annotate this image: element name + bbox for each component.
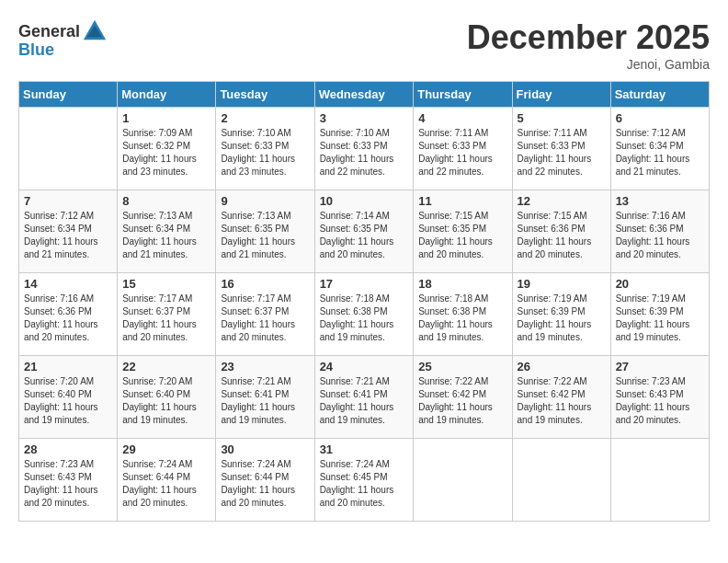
day-number: 17 <box>320 277 409 291</box>
calendar-cell: 31Sunrise: 7:24 AM Sunset: 6:45 PM Dayli… <box>314 439 414 522</box>
cell-info: Sunrise: 7:17 AM Sunset: 6:37 PM Dayligh… <box>221 293 309 344</box>
calendar-cell <box>414 439 512 522</box>
cell-info: Sunrise: 7:18 AM Sunset: 6:38 PM Dayligh… <box>418 293 506 344</box>
calendar-cell: 3Sunrise: 7:10 AM Sunset: 6:33 PM Daylig… <box>314 108 414 190</box>
cell-info: Sunrise: 7:14 AM Sunset: 6:35 PM Dayligh… <box>320 210 409 261</box>
calendar-cell: 16Sunrise: 7:17 AM Sunset: 6:37 PM Dayli… <box>216 273 314 356</box>
calendar-cell <box>610 439 709 522</box>
day-number: 15 <box>122 277 210 291</box>
day-number: 28 <box>24 442 112 456</box>
day-number: 8 <box>122 194 210 208</box>
days-header-row: SundayMondayTuesdayWednesdayThursdayFrid… <box>19 82 710 108</box>
cell-info: Sunrise: 7:19 AM Sunset: 6:39 PM Dayligh… <box>616 293 704 344</box>
calendar-cell: 29Sunrise: 7:24 AM Sunset: 6:44 PM Dayli… <box>118 439 216 522</box>
calendar-cell: 17Sunrise: 7:18 AM Sunset: 6:38 PM Dayli… <box>314 273 414 356</box>
title-block: December 2025 Jenoi, Gambia <box>467 18 710 72</box>
calendar-week-2: 7Sunrise: 7:12 AM Sunset: 6:34 PM Daylig… <box>19 190 710 273</box>
calendar-cell: 5Sunrise: 7:11 AM Sunset: 6:33 PM Daylig… <box>512 108 610 190</box>
calendar-week-1: 1Sunrise: 7:09 AM Sunset: 6:32 PM Daylig… <box>19 108 710 190</box>
cell-info: Sunrise: 7:13 AM Sunset: 6:35 PM Dayligh… <box>221 210 309 261</box>
day-header-sunday: Sunday <box>19 82 118 108</box>
day-number: 25 <box>418 360 506 373</box>
day-number: 3 <box>320 111 409 125</box>
cell-info: Sunrise: 7:09 AM Sunset: 6:32 PM Dayligh… <box>122 127 210 178</box>
calendar-table: SundayMondayTuesdayWednesdayThursdayFrid… <box>18 81 710 522</box>
cell-info: Sunrise: 7:10 AM Sunset: 6:33 PM Dayligh… <box>320 127 409 178</box>
calendar-cell: 8Sunrise: 7:13 AM Sunset: 6:34 PM Daylig… <box>118 190 216 273</box>
day-number: 7 <box>24 194 112 208</box>
cell-info: Sunrise: 7:17 AM Sunset: 6:37 PM Dayligh… <box>122 293 210 344</box>
day-header-wednesday: Wednesday <box>314 82 414 108</box>
cell-info: Sunrise: 7:20 AM Sunset: 6:40 PM Dayligh… <box>24 375 112 427</box>
cell-info: Sunrise: 7:20 AM Sunset: 6:40 PM Dayligh… <box>122 375 210 427</box>
calendar-cell: 1Sunrise: 7:09 AM Sunset: 6:32 PM Daylig… <box>118 108 216 190</box>
calendar-cell: 28Sunrise: 7:23 AM Sunset: 6:43 PM Dayli… <box>19 439 118 522</box>
cell-info: Sunrise: 7:11 AM Sunset: 6:33 PM Dayligh… <box>518 127 606 178</box>
day-number: 26 <box>518 360 606 373</box>
day-number: 4 <box>418 111 506 125</box>
cell-info: Sunrise: 7:23 AM Sunset: 6:43 PM Dayligh… <box>616 375 704 427</box>
calendar-cell: 27Sunrise: 7:23 AM Sunset: 6:43 PM Dayli… <box>610 356 709 439</box>
day-number: 22 <box>122 360 210 373</box>
logo-icon <box>82 18 108 44</box>
day-header-monday: Monday <box>118 82 216 108</box>
day-header-friday: Friday <box>512 82 610 108</box>
calendar-cell: 12Sunrise: 7:15 AM Sunset: 6:36 PM Dayli… <box>512 190 610 273</box>
day-number: 30 <box>221 442 309 456</box>
cell-info: Sunrise: 7:23 AM Sunset: 6:43 PM Dayligh… <box>24 458 112 510</box>
day-header-thursday: Thursday <box>414 82 512 108</box>
calendar-cell: 23Sunrise: 7:21 AM Sunset: 6:41 PM Dayli… <box>216 356 314 439</box>
calendar-week-3: 14Sunrise: 7:16 AM Sunset: 6:36 PM Dayli… <box>19 273 710 356</box>
day-number: 10 <box>320 194 409 208</box>
logo-general: General <box>18 22 80 41</box>
day-number: 23 <box>221 360 309 373</box>
cell-info: Sunrise: 7:12 AM Sunset: 6:34 PM Dayligh… <box>616 127 704 178</box>
cell-info: Sunrise: 7:10 AM Sunset: 6:33 PM Dayligh… <box>221 127 309 178</box>
calendar-cell: 11Sunrise: 7:15 AM Sunset: 6:35 PM Dayli… <box>414 190 512 273</box>
cell-info: Sunrise: 7:24 AM Sunset: 6:44 PM Dayligh… <box>221 458 309 510</box>
cell-info: Sunrise: 7:18 AM Sunset: 6:38 PM Dayligh… <box>320 293 409 344</box>
day-number: 5 <box>518 111 606 125</box>
day-number: 21 <box>24 360 112 373</box>
day-header-tuesday: Tuesday <box>216 82 314 108</box>
day-number: 12 <box>518 194 606 208</box>
day-number: 29 <box>122 442 210 456</box>
calendar-cell: 4Sunrise: 7:11 AM Sunset: 6:33 PM Daylig… <box>414 108 512 190</box>
day-number: 20 <box>616 277 704 291</box>
day-number: 1 <box>122 111 210 125</box>
calendar-cell: 25Sunrise: 7:22 AM Sunset: 6:42 PM Dayli… <box>414 356 512 439</box>
calendar-cell: 9Sunrise: 7:13 AM Sunset: 6:35 PM Daylig… <box>216 190 314 273</box>
calendar-cell: 6Sunrise: 7:12 AM Sunset: 6:34 PM Daylig… <box>610 108 709 190</box>
cell-info: Sunrise: 7:15 AM Sunset: 6:35 PM Dayligh… <box>418 210 506 261</box>
day-number: 6 <box>616 111 704 125</box>
cell-info: Sunrise: 7:12 AM Sunset: 6:34 PM Dayligh… <box>24 210 112 261</box>
day-header-saturday: Saturday <box>610 82 709 108</box>
day-number: 31 <box>320 442 409 456</box>
cell-info: Sunrise: 7:11 AM Sunset: 6:33 PM Dayligh… <box>418 127 506 178</box>
calendar-week-5: 28Sunrise: 7:23 AM Sunset: 6:43 PM Dayli… <box>19 439 710 522</box>
calendar-cell: 15Sunrise: 7:17 AM Sunset: 6:37 PM Dayli… <box>118 273 216 356</box>
cell-info: Sunrise: 7:24 AM Sunset: 6:44 PM Dayligh… <box>122 458 210 510</box>
day-number: 24 <box>320 360 409 373</box>
calendar-cell: 26Sunrise: 7:22 AM Sunset: 6:42 PM Dayli… <box>512 356 610 439</box>
calendar-cell: 20Sunrise: 7:19 AM Sunset: 6:39 PM Dayli… <box>610 273 709 356</box>
cell-info: Sunrise: 7:22 AM Sunset: 6:42 PM Dayligh… <box>518 375 606 427</box>
calendar-week-4: 21Sunrise: 7:20 AM Sunset: 6:40 PM Dayli… <box>19 356 710 439</box>
calendar-cell: 10Sunrise: 7:14 AM Sunset: 6:35 PM Dayli… <box>314 190 414 273</box>
calendar-cell: 13Sunrise: 7:16 AM Sunset: 6:36 PM Dayli… <box>610 190 709 273</box>
calendar-cell: 19Sunrise: 7:19 AM Sunset: 6:39 PM Dayli… <box>512 273 610 356</box>
day-number: 11 <box>418 194 506 208</box>
calendar-cell <box>19 108 118 190</box>
calendar-cell: 2Sunrise: 7:10 AM Sunset: 6:33 PM Daylig… <box>216 108 314 190</box>
cell-info: Sunrise: 7:21 AM Sunset: 6:41 PM Dayligh… <box>320 375 409 427</box>
cell-info: Sunrise: 7:24 AM Sunset: 6:45 PM Dayligh… <box>320 458 409 510</box>
cell-info: Sunrise: 7:13 AM Sunset: 6:34 PM Dayligh… <box>122 210 210 261</box>
cell-info: Sunrise: 7:15 AM Sunset: 6:36 PM Dayligh… <box>518 210 606 261</box>
cell-info: Sunrise: 7:22 AM Sunset: 6:42 PM Dayligh… <box>418 375 506 427</box>
month-year-title: December 2025 <box>467 18 710 57</box>
day-number: 27 <box>616 360 704 373</box>
day-number: 2 <box>221 111 309 125</box>
day-number: 16 <box>221 277 309 291</box>
cell-info: Sunrise: 7:19 AM Sunset: 6:39 PM Dayligh… <box>518 293 606 344</box>
day-number: 13 <box>616 194 704 208</box>
